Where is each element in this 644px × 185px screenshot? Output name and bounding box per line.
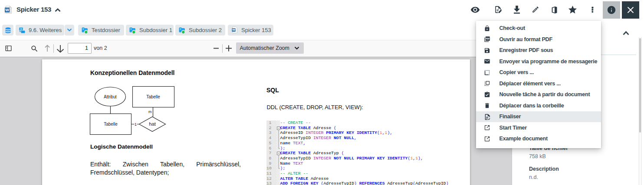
svg-text:W: W bbox=[232, 28, 235, 31]
svg-text:W: W bbox=[5, 7, 9, 12]
svg-text:hat: hat bbox=[149, 122, 156, 127]
svg-text:1: 1 bbox=[135, 122, 137, 127]
svg-text:m: m bbox=[148, 110, 152, 114]
svg-text:Tabelle: Tabelle bbox=[146, 94, 160, 99]
svg-text:Attribut: Attribut bbox=[104, 94, 116, 99]
svg-text:Tabelle: Tabelle bbox=[104, 122, 118, 127]
